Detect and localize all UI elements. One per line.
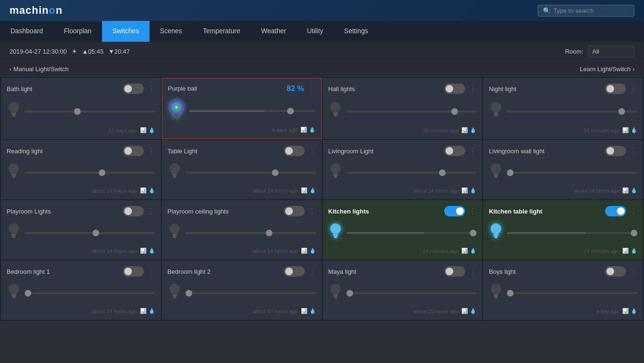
drop-icon-livingroom-wall-light[interactable]: 💧: [631, 187, 637, 194]
stats-icon-maya-light[interactable]: 📊: [461, 308, 468, 314]
toggle-maya-light[interactable]: [444, 266, 465, 277]
drop-icon-kitchen-table-light[interactable]: 💧: [631, 248, 637, 254]
toggle-kitchen-lights[interactable]: [444, 206, 465, 216]
nav-item-weather[interactable]: Weather: [251, 21, 297, 42]
slider-bath-light[interactable]: [25, 111, 155, 112]
card-menu-playroom-ceiling-lights[interactable]: ⋮: [308, 207, 316, 216]
slider-livingroom-wall-light[interactable]: [507, 172, 637, 174]
card-menu-bath-light[interactable]: ⋮: [148, 84, 155, 93]
drop-icon-maya-light[interactable]: 💧: [470, 308, 476, 314]
card-hall-lights: Hall lights⋮ 30 minutes ago📊💧: [323, 78, 483, 139]
toggle-playroom-ceiling-lights[interactable]: [284, 206, 305, 216]
slider-playroom-lights[interactable]: [25, 232, 155, 234]
stats-icon-night-light[interactable]: 📊: [622, 127, 629, 133]
stats-icon-table-light[interactable]: 📊: [301, 187, 308, 194]
drop-icon-table-light[interactable]: 💧: [309, 187, 316, 194]
drop-icon-bedroom-light-2[interactable]: 💧: [309, 308, 316, 314]
nav-item-scenes[interactable]: Scenes: [149, 21, 193, 42]
card-menu-table-light[interactable]: ⋮: [308, 147, 316, 156]
slider-livingroom-light[interactable]: [346, 172, 477, 174]
stats-icon-playroom-ceiling-lights[interactable]: 📊: [301, 248, 308, 254]
toggle-boys-light[interactable]: [605, 266, 626, 277]
drop-icon-bedroom-light-1[interactable]: 💧: [149, 308, 155, 314]
card-title-livingroom-light: Livingroom Light: [328, 148, 373, 155]
card-menu-playroom-lights[interactable]: ⋮: [148, 207, 155, 216]
slider-purple-ball[interactable]: [189, 110, 316, 112]
card-menu-livingroom-wall-light[interactable]: ⋮: [630, 147, 637, 156]
card-menu-boys-light[interactable]: ⋮: [630, 267, 637, 276]
bulb-icon-purple-ball: [168, 99, 185, 123]
drop-icon-kitchen-lights[interactable]: 💧: [470, 248, 476, 254]
svg-rect-1: [11, 112, 16, 114]
drop-icon-livingroom-light[interactable]: 💧: [470, 187, 476, 194]
card-menu-hall-lights[interactable]: ⋮: [469, 84, 476, 93]
stats-icon-livingroom-light[interactable]: 📊: [461, 187, 468, 194]
toggle-bedroom-light-1[interactable]: [123, 266, 144, 277]
stats-icon-purple-ball[interactable]: 📊: [300, 127, 307, 133]
drop-icon-reading-light[interactable]: 💧: [149, 187, 155, 194]
card-menu-night-light[interactable]: ⋮: [630, 84, 637, 93]
slider-night-light[interactable]: [507, 111, 637, 112]
card-menu-kitchen-table-light[interactable]: ⋮: [630, 207, 637, 216]
learn-link[interactable]: Learn Light/Switch ›: [580, 65, 635, 73]
stats-icon-bath-light[interactable]: 📊: [140, 127, 147, 133]
toggle-table-light[interactable]: [284, 146, 305, 156]
toggle-kitchen-table-light[interactable]: [605, 206, 626, 216]
slider-table-light[interactable]: [186, 172, 316, 174]
card-menu-reading-light[interactable]: ⋮: [148, 147, 155, 156]
nav-item-switches[interactable]: Switches: [102, 21, 149, 42]
stats-icon-playroom-lights[interactable]: 📊: [140, 248, 147, 254]
stats-icon-reading-light[interactable]: 📊: [140, 187, 147, 194]
slider-kitchen-lights[interactable]: [346, 232, 477, 234]
switches-grid: Bath light⋮ 21 days ago📊💧Purple ball82 %…: [0, 77, 644, 321]
stats-icon-hall-lights[interactable]: 📊: [461, 127, 468, 133]
drop-icon-night-light[interactable]: 💧: [631, 127, 637, 133]
toggle-bedroom-light-2[interactable]: [284, 266, 305, 277]
drop-icon-purple-ball[interactable]: 💧: [309, 127, 316, 133]
toggle-livingroom-light[interactable]: [444, 146, 465, 156]
card-menu-purple-ball[interactable]: ⋮: [308, 84, 316, 93]
nav-item-utility[interactable]: Utility: [297, 21, 334, 42]
slider-kitchen-table-light[interactable]: [507, 232, 637, 234]
stats-icon-bedroom-light-1[interactable]: 📊: [140, 308, 147, 314]
header: machinon 🔍: [0, 0, 644, 21]
svg-rect-41: [334, 235, 337, 237]
back-link[interactable]: ‹ Manual Light/Switch: [9, 65, 69, 73]
nav-item-dashboard[interactable]: Dashboard: [0, 21, 54, 42]
toggle-hall-lights[interactable]: [444, 84, 465, 94]
slider-bedroom-light-2[interactable]: [186, 292, 316, 294]
room-select[interactable]: All Kitchen Bedroom Livingroom Bathroom …: [588, 46, 635, 57]
nav-item-settings[interactable]: Settings: [334, 21, 379, 42]
stats-icon-livingroom-wall-light[interactable]: 📊: [622, 187, 629, 194]
stats-icon-boys-light[interactable]: 📊: [622, 308, 629, 314]
stats-icon-kitchen-lights[interactable]: 📊: [461, 248, 468, 254]
nav-item-floorplan[interactable]: Floorplan: [54, 21, 102, 42]
stats-icon-bedroom-light-2[interactable]: 📊: [301, 308, 308, 314]
toggle-playroom-lights[interactable]: [123, 206, 144, 216]
drop-icon-playroom-lights[interactable]: 💧: [149, 248, 155, 254]
svg-point-30: [9, 223, 19, 234]
card-menu-bedroom-light-1[interactable]: ⋮: [148, 267, 155, 276]
slider-hall-lights[interactable]: [346, 111, 477, 112]
card-menu-bedroom-light-2[interactable]: ⋮: [308, 267, 316, 276]
toggle-bath-light[interactable]: [123, 84, 144, 94]
slider-playroom-ceiling-lights[interactable]: [186, 232, 316, 234]
drop-icon-playroom-ceiling-lights[interactable]: 💧: [309, 248, 316, 254]
slider-bedroom-light-1[interactable]: [25, 292, 155, 294]
drop-icon-hall-lights[interactable]: 💧: [470, 127, 476, 133]
footer-icons-purple-ball: 📊💧: [300, 127, 316, 133]
toggle-night-light[interactable]: [605, 84, 626, 94]
toggle-livingroom-wall-light[interactable]: [605, 146, 626, 156]
card-menu-livingroom-light[interactable]: ⋮: [469, 147, 476, 156]
card-menu-maya-light[interactable]: ⋮: [469, 267, 476, 276]
search-input[interactable]: [553, 7, 629, 14]
slider-boys-light[interactable]: [507, 292, 637, 294]
toggle-reading-light[interactable]: [123, 146, 144, 156]
nav-item-temperature[interactable]: Temperature: [193, 21, 251, 42]
slider-reading-light[interactable]: [25, 172, 155, 174]
drop-icon-bath-light[interactable]: 💧: [149, 127, 155, 133]
stats-icon-kitchen-table-light[interactable]: 📊: [622, 248, 629, 254]
slider-maya-light[interactable]: [346, 292, 477, 294]
drop-icon-boys-light[interactable]: 💧: [631, 308, 637, 314]
card-menu-kitchen-lights[interactable]: ⋮: [469, 207, 476, 216]
